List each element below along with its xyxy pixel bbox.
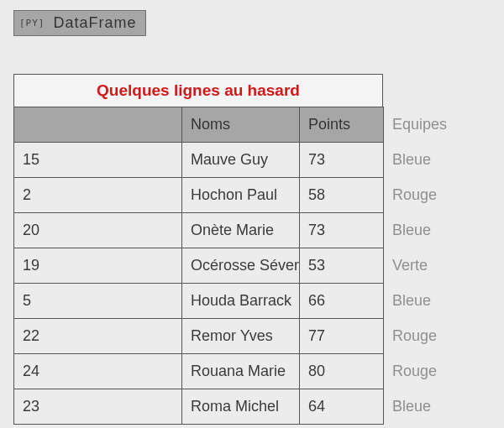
cell-noms: Onète Marie [182,213,300,248]
cell-points: 66 [300,284,384,319]
table-row: 19Océrosse Séverine53Verte [14,248,491,284]
cell-points: 64 [300,389,384,425]
cell-equipes: Bleue [384,284,491,319]
cell-equipes: Rouge [384,354,491,389]
table-row: 15Mauve Guy73Bleue [14,143,491,178]
table-row: 22Remor Yves77Rouge [14,319,491,354]
cell-points: 58 [300,178,384,213]
table-row: 24Rouana Marie80Rouge [14,354,491,389]
cell-index: 20 [14,213,182,248]
cell-noms: Roma Michel [182,389,300,425]
cell-index: 23 [14,389,182,425]
cell-index: 19 [14,248,182,284]
cell-noms: Hochon Paul [182,178,300,213]
cell-points: 73 [300,213,384,248]
badge-label: DataFrame [54,14,137,32]
cell-index: 2 [14,178,182,213]
cell-equipes: Bleue [384,143,491,178]
dataframe-table: Quelques lignes au hasard Noms Points Eq… [13,74,491,425]
cell-index: 5 [14,284,182,319]
cell-points: 73 [300,143,384,178]
cell-index: 15 [14,143,182,178]
table-row: 20Onète Marie73Bleue [14,213,491,248]
cell-equipes: Rouge [384,319,491,354]
cell-index: 22 [14,319,182,354]
cell-noms: Océrosse Séverine [182,248,300,284]
col-header-points: Points [300,107,384,143]
col-header-equipes: Equipes [384,107,491,143]
table-row: 5Houda Barrack66Bleue [14,284,491,319]
col-header-index [14,107,182,143]
cell-points: 53 [300,248,384,284]
cell-points: 77 [300,319,384,354]
dataframe-badge: [PY] DataFrame [13,10,146,36]
table-row: 23Roma Michel64Bleue [14,389,491,425]
cell-noms: Remor Yves [182,319,300,354]
col-header-noms: Noms [182,107,300,143]
cell-equipes: Bleue [384,213,491,248]
cell-noms: Rouana Marie [182,354,300,389]
cell-equipes: Verte [384,248,491,284]
cell-noms: Houda Barrack [182,284,300,319]
python-icon: [PY] [19,18,45,29]
cell-equipes: Bleue [384,389,491,425]
table-header-row: Noms Points Equipes [14,107,491,143]
table-row: 2Hochon Paul58Rouge [14,178,491,213]
cell-noms: Mauve Guy [182,143,300,178]
cell-equipes: Rouge [384,178,491,213]
dataframe-table-container: Quelques lignes au hasard Noms Points Eq… [13,74,491,425]
table-caption: Quelques lignes au hasard [13,74,383,107]
cell-index: 24 [14,354,182,389]
cell-points: 80 [300,354,384,389]
